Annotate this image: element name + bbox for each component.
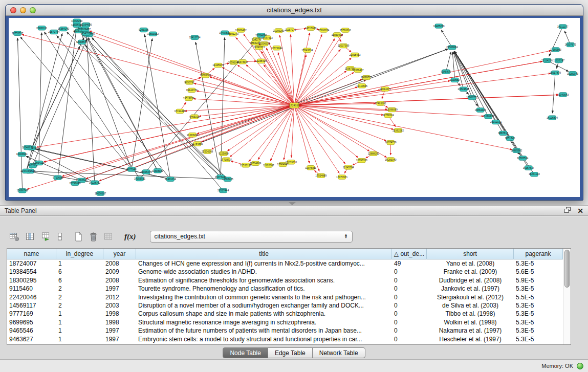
svg-text:16548675: 16548675 xyxy=(22,146,33,149)
svg-text:15690749: 15690749 xyxy=(17,189,28,192)
svg-text:17984942: 17984942 xyxy=(277,163,289,166)
svg-text:19517879: 19517879 xyxy=(550,71,561,74)
column-header-pagerank[interactable]: pagerank xyxy=(514,249,563,259)
svg-text:13006664: 13006664 xyxy=(16,152,27,156)
cell-year: 1998 xyxy=(103,310,136,318)
svg-text:17160074: 17160074 xyxy=(318,29,329,32)
close-panel-icon[interactable]: ✕ xyxy=(577,207,583,214)
svg-text:12664118: 12664118 xyxy=(33,161,45,164)
table-disabled-icon[interactable] xyxy=(102,231,115,243)
cell-in_degree: 1 xyxy=(56,259,103,268)
cell-title: Investigating the contribution of common… xyxy=(136,293,392,301)
cell-out_degree: 0 xyxy=(392,301,427,310)
window-titlebar[interactable]: citations_edges.txt xyxy=(6,5,583,16)
table-panel: Table Panel ✕ xyxy=(0,205,588,360)
svg-text:11345594: 11345594 xyxy=(343,166,354,169)
create-column-icon[interactable] xyxy=(73,230,84,243)
svg-text:15543634: 15543634 xyxy=(301,49,313,52)
table-row[interactable]: 1830029562008Estimation of significance … xyxy=(7,276,563,285)
svg-text:9245479: 9245479 xyxy=(441,70,451,73)
svg-text:14353921: 14353921 xyxy=(134,177,145,180)
delete-column-icon[interactable] xyxy=(88,230,99,243)
svg-text:21157079: 21157079 xyxy=(285,28,296,31)
svg-text:12371844: 12371844 xyxy=(271,47,282,50)
zoom-window-button[interactable] xyxy=(30,7,36,13)
cell-pagerank: 5.3E-5 xyxy=(514,259,563,268)
svg-text:20164656: 20164656 xyxy=(80,23,92,26)
svg-text:11784855: 11784855 xyxy=(192,142,203,145)
svg-text:13704989: 13704989 xyxy=(250,162,261,165)
cell-in_degree: 1 xyxy=(56,326,103,335)
table-mode-icon[interactable] xyxy=(8,231,20,243)
import-table-icon[interactable] xyxy=(40,231,52,243)
svg-text:13886412: 13886412 xyxy=(235,29,247,32)
svg-text:17554889: 17554889 xyxy=(315,174,326,177)
svg-text:15373917: 15373917 xyxy=(237,60,248,63)
svg-text:13096089: 13096089 xyxy=(386,108,398,111)
tab-edge-table[interactable]: Edge Table xyxy=(268,347,313,358)
svg-text:16074739: 16074739 xyxy=(385,141,396,144)
cell-year: 2012 xyxy=(103,293,136,301)
minimize-window-button[interactable] xyxy=(20,7,26,13)
svg-text:12976811: 12976811 xyxy=(305,166,316,169)
svg-text:19283040: 19283040 xyxy=(385,158,396,161)
table-header: namein_degreeyeartitle△ out_de...shortpa… xyxy=(7,249,563,259)
row-mode-icon[interactable] xyxy=(56,231,64,243)
svg-text:19110606: 19110606 xyxy=(356,84,367,87)
cell-pagerank: 5.5E-5 xyxy=(514,293,563,301)
table-row[interactable]: 1938455462009Genome-wide association stu… xyxy=(7,268,563,276)
cell-title: Tourette syndrome. Phenomenology and cla… xyxy=(136,285,392,293)
svg-text:20985982: 20985982 xyxy=(511,149,522,152)
svg-text:20791698: 20791698 xyxy=(69,182,80,185)
scrollbar-thumb[interactable] xyxy=(564,250,570,288)
show-columns-icon[interactable] xyxy=(24,231,36,243)
table-row[interactable]: 2242004622012Investigating the contribut… xyxy=(7,293,563,301)
table-body: 1872400712008Changes of HCN gene express… xyxy=(7,259,563,343)
table-scrollbar[interactable] xyxy=(563,249,571,344)
tab-node-table[interactable]: Node Table xyxy=(223,347,268,358)
cell-title: Embryonic stem cells: a model to study s… xyxy=(136,335,392,343)
column-header-short[interactable]: short xyxy=(427,249,514,259)
cell-in_degree: 1 xyxy=(56,335,103,343)
column-header-title[interactable]: title xyxy=(136,249,392,259)
column-header-out_degree[interactable]: △ out_de... xyxy=(392,249,427,259)
close-window-button[interactable] xyxy=(10,7,16,13)
column-header-year[interactable]: year xyxy=(103,249,136,259)
memory-status-label: Memory: OK xyxy=(541,363,573,369)
function-builder-icon[interactable]: f(x) xyxy=(123,231,137,242)
table-row[interactable]: 946362711997Embryonic stem cells: a mode… xyxy=(7,335,563,343)
cell-pagerank: 5.3E-5 xyxy=(514,335,563,343)
cell-title: Corpus callosum shape and size in male p… xyxy=(136,310,392,318)
table-row[interactable]: 911546021997Tourette syndrome. Phenomeno… xyxy=(7,285,563,293)
table-row[interactable]: 1872400712008Changes of HCN gene express… xyxy=(7,259,563,268)
column-header-in_degree[interactable]: in_degree xyxy=(56,249,103,259)
svg-text:11860406: 11860406 xyxy=(332,33,343,36)
table-row[interactable]: 969969511998Structural magnetic resonanc… xyxy=(7,318,563,326)
table-row[interactable]: 946554611997Estimation of the future num… xyxy=(7,326,563,335)
cell-short: Wolkin et al. (1998) xyxy=(427,318,514,326)
svg-text:9329652: 9329652 xyxy=(450,78,460,81)
svg-text:22506268: 22506268 xyxy=(202,150,213,153)
table-row[interactable]: 977716911998Corpus callosum shape and si… xyxy=(7,310,563,318)
svg-text:9877048: 9877048 xyxy=(126,168,137,171)
svg-text:21026475: 21026475 xyxy=(141,170,152,173)
svg-text:15196919: 15196919 xyxy=(483,115,494,118)
svg-text:12565534: 12565534 xyxy=(517,157,528,160)
table-panel-header: Table Panel ✕ xyxy=(0,205,588,216)
column-header-name[interactable]: name xyxy=(7,249,56,259)
table-row[interactable]: 1456911722003Disruption of a novel membe… xyxy=(7,301,563,310)
svg-text:23824845: 23824845 xyxy=(458,87,469,91)
cell-pagerank: 5.3E-5 xyxy=(514,326,563,335)
svg-text:19328864: 19328864 xyxy=(200,74,211,77)
network-canvas[interactable]: 1724036211570791471568817160074118604061… xyxy=(9,18,580,197)
svg-text:15073403: 15073403 xyxy=(215,176,226,179)
svg-text:22397873: 22397873 xyxy=(253,46,265,49)
tab-network-table[interactable]: Network Table xyxy=(312,347,365,358)
table-select[interactable]: citations_edges.txt ▲▼ xyxy=(150,231,353,243)
svg-text:14207675: 14207675 xyxy=(565,43,576,46)
svg-text:13485268: 13485268 xyxy=(433,25,444,28)
float-panel-icon[interactable] xyxy=(564,206,571,215)
cell-in_degree: 6 xyxy=(56,276,103,285)
cell-out_degree: 0 xyxy=(392,293,427,301)
cell-title: Structural magnetic resonance image aver… xyxy=(136,318,392,326)
